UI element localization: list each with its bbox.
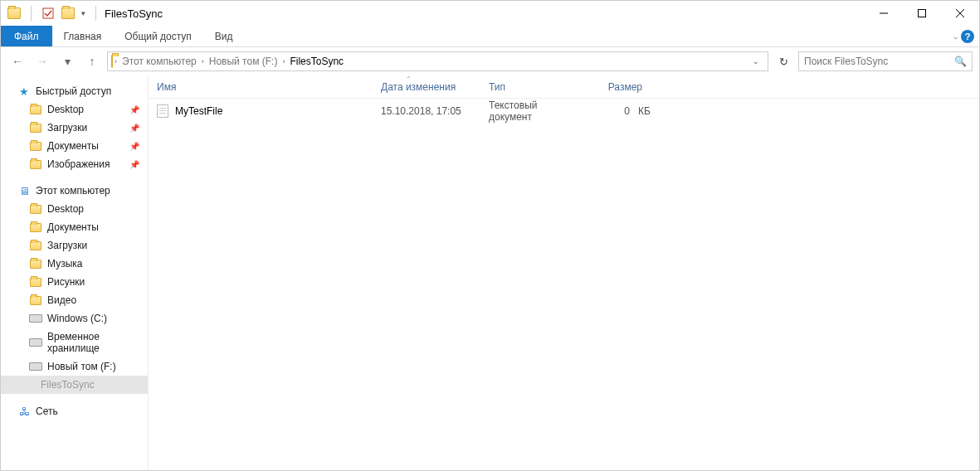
nav-up-button[interactable]: ↑ bbox=[82, 51, 102, 71]
titlebar: ▾ FilesToSync bbox=[1, 1, 979, 26]
drive-icon bbox=[29, 313, 42, 324]
tab-home[interactable]: Главная bbox=[52, 26, 114, 46]
nav-item-desktop-pc[interactable]: Desktop bbox=[1, 200, 148, 218]
main-area: ★ Быстрый доступ Desktop📌 Загрузки📌 Доку… bbox=[1, 75, 979, 470]
help-icon[interactable]: ? bbox=[961, 30, 974, 43]
chevron-right-icon[interactable]: › bbox=[280, 57, 286, 66]
address-bar[interactable]: › Этот компьютер › Новый том (F:) › File… bbox=[107, 51, 768, 71]
nav-item-temp-storage[interactable]: Временное хранилище bbox=[1, 328, 148, 357]
folder-icon bbox=[29, 158, 42, 170]
nav-item-label: Desktop bbox=[47, 104, 84, 115]
ribbon-expand-icon[interactable]: ⌵ bbox=[953, 32, 958, 41]
window-title: FilesToSync bbox=[105, 7, 163, 20]
nav-item-label: Изображения bbox=[47, 158, 110, 170]
folder-icon bbox=[29, 221, 42, 233]
nav-item-video[interactable]: Видео bbox=[1, 291, 148, 309]
properties-qat-icon[interactable] bbox=[41, 7, 55, 20]
address-dropdown-icon[interactable]: ⌄ bbox=[748, 57, 764, 66]
maximize-button[interactable] bbox=[903, 1, 941, 26]
address-folder-icon bbox=[111, 56, 113, 67]
pin-icon: 📌 bbox=[129, 142, 139, 151]
folder-icon bbox=[29, 240, 42, 251]
column-headers: Имя Дата изменения Тип Размер bbox=[149, 75, 979, 99]
file-type: Текстовый документ bbox=[480, 100, 588, 123]
navbar: ← → ▾ ↑ › Этот компьютер › Новый том (F:… bbox=[1, 47, 979, 75]
nav-item-drawings[interactable]: Рисунки bbox=[1, 273, 148, 291]
column-name[interactable]: Имя bbox=[149, 81, 373, 93]
pin-icon: 📌 bbox=[129, 105, 139, 114]
search-icon[interactable]: 🔍 bbox=[954, 56, 967, 67]
column-type[interactable]: Тип bbox=[480, 81, 588, 93]
minimize-button[interactable] bbox=[865, 1, 903, 26]
nav-item-label: Загрузки bbox=[47, 240, 87, 251]
nav-quick-access[interactable]: ★ Быстрый доступ bbox=[1, 82, 148, 100]
column-date[interactable]: Дата изменения bbox=[373, 81, 480, 93]
nav-item-label: Windows (C:) bbox=[47, 313, 107, 324]
nav-item-label: Музыка bbox=[47, 258, 82, 269]
sort-indicator-icon: ⌃ bbox=[406, 75, 412, 83]
nav-item-documents-pc[interactable]: Документы bbox=[1, 218, 148, 236]
navigation-pane: ★ Быстрый доступ Desktop📌 Загрузки📌 Доку… bbox=[1, 75, 149, 470]
file-list: ⌃ Имя Дата изменения Тип Размер MyTestFi… bbox=[149, 75, 979, 470]
breadcrumb-drive[interactable]: Новый том (F:) bbox=[206, 56, 281, 67]
folder-icon bbox=[29, 294, 42, 306]
folder-icon bbox=[29, 104, 42, 115]
file-size-unit: КБ bbox=[638, 105, 661, 117]
file-size: 0 bbox=[588, 105, 638, 117]
nav-item-documents[interactable]: Документы📌 bbox=[1, 137, 148, 155]
search-box[interactable]: 🔍 bbox=[798, 51, 973, 71]
chevron-right-icon[interactable]: › bbox=[113, 57, 119, 66]
nav-network[interactable]: 🖧 Сеть bbox=[1, 402, 148, 420]
nav-history-dropdown[interactable]: ▾ bbox=[57, 51, 77, 71]
nav-item-pictures[interactable]: Изображения📌 bbox=[1, 155, 148, 173]
close-button[interactable] bbox=[941, 1, 979, 26]
nav-item-drive-c[interactable]: Windows (C:) bbox=[1, 309, 148, 328]
folder-icon bbox=[29, 276, 42, 288]
nav-item-label: Desktop bbox=[47, 203, 84, 215]
app-folder-icon bbox=[7, 7, 21, 20]
nav-this-pc-label: Этот компьютер bbox=[36, 185, 110, 197]
pin-icon: 📌 bbox=[129, 124, 139, 133]
drive-icon bbox=[29, 337, 42, 348]
nav-forward-button[interactable]: → bbox=[32, 51, 52, 71]
folder-icon bbox=[29, 122, 42, 134]
nav-item-drive-f[interactable]: Новый том (F:) bbox=[1, 357, 148, 376]
separator bbox=[95, 6, 96, 21]
nav-item-label: Временное хранилище bbox=[47, 331, 141, 354]
tab-share[interactable]: Общий доступ bbox=[113, 26, 203, 46]
separator bbox=[31, 6, 32, 21]
nav-item-downloads[interactable]: Загрузки📌 bbox=[1, 119, 148, 137]
nav-this-pc[interactable]: 🖥 Этот компьютер bbox=[1, 182, 148, 200]
refresh-button[interactable]: ↻ bbox=[773, 51, 793, 71]
svg-rect-2 bbox=[919, 10, 926, 17]
folder-icon bbox=[29, 140, 42, 152]
nav-item-label: FilesToSync bbox=[41, 379, 95, 391]
file-name: MyTestFile bbox=[175, 105, 222, 117]
chevron-right-icon[interactable]: › bbox=[200, 57, 206, 66]
file-row[interactable]: MyTestFile 15.10.2018, 17:05 Текстовый д… bbox=[149, 99, 979, 124]
network-icon: 🖧 bbox=[17, 405, 31, 417]
nav-back-button[interactable]: ← bbox=[7, 51, 27, 71]
nav-item-downloads-pc[interactable]: Загрузки bbox=[1, 236, 148, 255]
tab-file[interactable]: Файл bbox=[1, 26, 52, 46]
ribbon: Файл Главная Общий доступ Вид ⌵ ? bbox=[1, 26, 979, 47]
folder-icon bbox=[29, 258, 42, 269]
pc-icon: 🖥 bbox=[17, 185, 31, 197]
nav-item-desktop[interactable]: Desktop📌 bbox=[1, 100, 148, 119]
breadcrumb-pc[interactable]: Этот компьютер bbox=[119, 56, 200, 67]
nav-item-label: Загрузки bbox=[47, 122, 87, 134]
folder-icon bbox=[29, 203, 42, 215]
nav-quick-access-label: Быстрый доступ bbox=[36, 85, 111, 97]
star-icon: ★ bbox=[17, 85, 31, 97]
breadcrumb-current[interactable]: FilesToSync bbox=[286, 56, 347, 67]
nav-item-label: Документы bbox=[47, 221, 99, 233]
qat-dropdown-icon[interactable]: ▾ bbox=[81, 9, 85, 17]
column-size[interactable]: Размер bbox=[588, 81, 651, 93]
new-folder-qat-icon[interactable] bbox=[61, 7, 75, 20]
search-input[interactable] bbox=[804, 56, 954, 67]
tab-view[interactable]: Вид bbox=[203, 26, 245, 46]
nav-item-label: Рисунки bbox=[47, 276, 85, 288]
nav-item-music[interactable]: Музыка bbox=[1, 255, 148, 273]
nav-item-filestosync[interactable]: FilesToSync bbox=[1, 376, 148, 394]
nav-network-label: Сеть bbox=[36, 405, 58, 417]
